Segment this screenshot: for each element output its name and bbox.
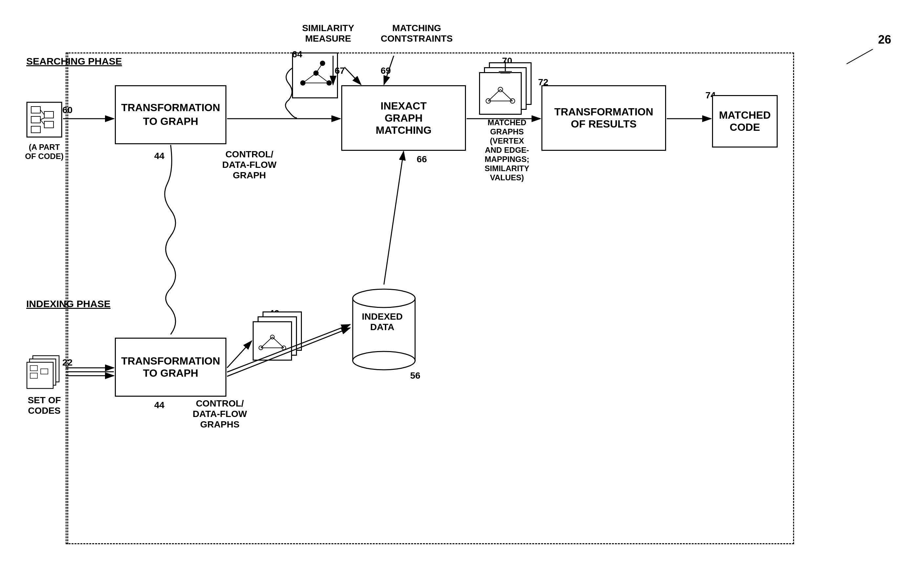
indexed-data-label: INDEXEDDATA — [350, 312, 415, 333]
ref-44-bottom: 44 — [154, 400, 164, 410]
matched-code-box: MATCHEDCODE — [712, 95, 778, 147]
graph-icon-bottom-front — [253, 321, 292, 361]
svg-rect-39 — [30, 373, 37, 378]
svg-rect-3 — [31, 126, 40, 133]
code-part-label: (A PARTOF CODE) — [18, 142, 71, 161]
svg-line-71 — [847, 49, 873, 64]
transformation-to-graph-bottom: TRANSFORMATIONTO GRAPH — [115, 338, 226, 397]
svg-point-60 — [353, 289, 415, 307]
svg-rect-2 — [31, 116, 40, 123]
svg-rect-5 — [44, 121, 53, 128]
svg-line-15 — [316, 63, 322, 73]
ref-64: 64 — [292, 49, 302, 60]
svg-rect-1 — [31, 107, 40, 113]
svg-point-61 — [353, 352, 415, 370]
svg-line-56 — [261, 337, 272, 348]
similarity-measure-label: SIMILARITYMEASURE — [295, 23, 361, 44]
transformation-of-results: TRANSFORMATIONOF RESULTS — [541, 85, 666, 151]
searching-phase-label: SEARCHING PHASE — [26, 56, 122, 67]
ref-44-top: 44 — [154, 151, 164, 161]
code-part-icon — [26, 102, 63, 139]
svg-line-33 — [500, 90, 513, 101]
svg-line-57 — [272, 337, 284, 348]
svg-rect-38 — [30, 366, 37, 371]
ref-56: 56 — [410, 370, 420, 381]
diagram-container: 26 SEARCHING PHASE INDEXING PHASE 60 (A … — [13, 13, 911, 563]
ref-67: 67 — [335, 66, 345, 76]
inexact-graph-matching: INEXACTGRAPHMATCHING — [341, 85, 466, 151]
ref-66: 66 — [417, 154, 427, 165]
matched-graphs-label: MATCHEDGRAPHS(VERTEXAND EDGE-MAPPINGS;SI… — [473, 118, 541, 182]
svg-rect-4 — [44, 112, 53, 118]
matched-graph-icon-front — [479, 72, 522, 115]
ref-60: 60 — [63, 105, 72, 115]
transformation-to-graph-top: TRANSFORMATIONTO GRAPH — [115, 85, 226, 144]
matching-constraints-label: MATCHINGCONTSTRAINTS — [374, 23, 459, 44]
svg-line-32 — [488, 90, 500, 101]
svg-rect-40 — [41, 369, 48, 374]
indexing-phase-label: INDEXING PHASE — [26, 298, 111, 309]
ref-22: 22 — [63, 357, 72, 368]
control-data-flow-graphs-bottom: CONTROL/DATA-FLOWGRAPHS — [177, 398, 263, 430]
phase-divider — [67, 53, 68, 544]
svg-line-13 — [303, 73, 316, 83]
ref-69: 69 — [381, 66, 391, 76]
svg-line-14 — [316, 73, 329, 83]
set-of-codes-icon — [26, 354, 64, 393]
control-data-flow-graph-top: CONTROL/DATA-FLOWGRAPH — [213, 149, 286, 181]
set-of-codes-label: SET OFCODES — [20, 395, 69, 416]
ref-26: 26 — [878, 33, 891, 46]
